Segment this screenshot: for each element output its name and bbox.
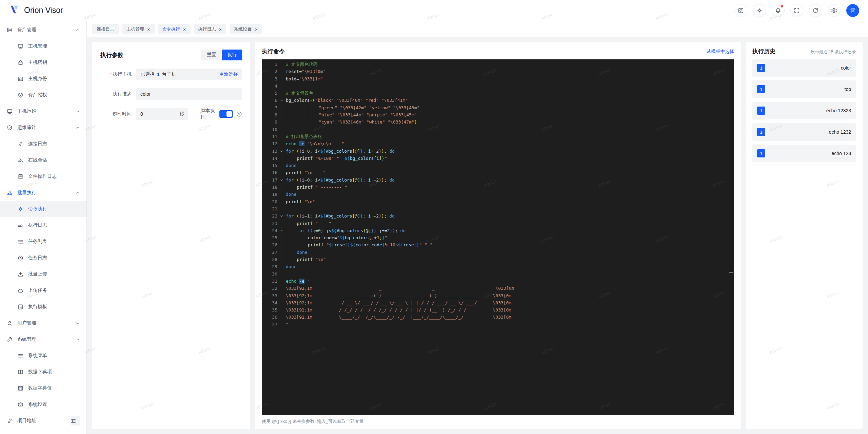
settings-button[interactable]: [828, 4, 841, 17]
tab-close-icon[interactable]: ×: [147, 27, 150, 32]
sidebar-item-数据字典项[interactable]: 数据字典项: [0, 364, 86, 380]
sidebar-item-任务日志[interactable]: 任务日志: [0, 250, 86, 266]
tab-close-icon[interactable]: ×: [255, 27, 258, 32]
sidebar-item-项目地址[interactable]: 项目地址: [0, 413, 86, 429]
notification-badge: [781, 5, 784, 8]
fold-icon[interactable]: [277, 227, 286, 234]
chevron-up-icon: [75, 27, 80, 33]
sidebar-item-系统菜单[interactable]: 系统菜单: [0, 347, 86, 364]
history-item[interactable]: 1echo 123: [752, 145, 856, 162]
sidebar-item-资产管理[interactable]: 资产管理: [0, 22, 86, 38]
reselect-link[interactable]: 重新选择: [219, 71, 238, 77]
code-text: \033[92;1m / __ \/ ___/ / __ \/ __ \ | |…: [286, 299, 511, 306]
code-text: for ((i=0; i<${#bg_colors[@]}; i+=2)); d…: [286, 176, 395, 184]
desc-input[interactable]: [136, 88, 242, 100]
fold-spacer: [277, 285, 286, 292]
tab-执行日志[interactable]: 执行日志×: [194, 24, 226, 34]
run-button[interactable]: 执行: [222, 50, 242, 60]
exec-params-title: 执行参数: [100, 51, 123, 59]
code-editor[interactable]: 1# 定义颜色代码2reset="\033[0m"3bold="\033[1m"…: [262, 59, 734, 415]
help-icon[interactable]: [236, 111, 242, 117]
fold-icon[interactable]: [277, 212, 286, 220]
sidebar-item-上传任务[interactable]: 上传任务: [0, 282, 86, 299]
code-text: bold="\033[1m": [286, 75, 323, 82]
code-line: 35\033[92;1m / /_/ / / / / /_/ / / / / |…: [262, 306, 734, 314]
reset-button[interactable]: 重置: [201, 50, 222, 60]
sidebar-item-主机管理[interactable]: 主机管理: [0, 38, 86, 54]
sidebar-item-label: 用户管理: [17, 320, 75, 326]
sidebar-item-命令执行[interactable]: 命令执行: [0, 201, 86, 217]
fold-spacer: [277, 118, 286, 126]
sidebar-item-label: 运维审计: [17, 125, 75, 131]
sidebar-item-执行日志[interactable]: 执行日志: [0, 217, 86, 233]
history-command: echo 123: [831, 151, 851, 156]
code-line: 26 printf "${reset}${color_code}%-10s${r…: [262, 241, 734, 248]
link-icon: [18, 141, 23, 147]
sidebar-item-文件操作日志[interactable]: 文件操作日志: [0, 168, 86, 185]
sidebar-item-运维审计[interactable]: 运维审计: [0, 119, 86, 136]
exec-params-panel: 执行参数 重置 执行 *执行主机 已选择 1 台主机 重新选择: [92, 42, 250, 429]
code-line: 14 printf "%-10s" " ${bg_colors[i]}": [262, 155, 734, 162]
sidebar-item-任务列表[interactable]: 任务列表: [0, 233, 86, 250]
code-line: 27 done: [262, 249, 734, 256]
sidebar-item-执行模板[interactable]: 执行模板: [0, 299, 86, 315]
code-text: # 定义颜色代码: [286, 61, 318, 68]
line-number: 24: [262, 227, 277, 234]
line-number: 37: [262, 321, 277, 328]
sidebar-item-label: 命令执行: [28, 206, 80, 212]
topbar: Orion Visor 管: [0, 0, 868, 21]
sidebar-item-在线会话[interactable]: 在线会话: [0, 152, 86, 168]
tab-连接日志[interactable]: 连接日志: [92, 24, 119, 34]
sidebar-item-批量执行[interactable]: 批量执行: [0, 185, 86, 201]
code-line: 30: [262, 270, 734, 278]
refresh-button[interactable]: [809, 4, 822, 17]
code-text: "green" "\033[42m" "yellow" "\033[43m": [286, 104, 419, 111]
tab-系统设置[interactable]: 系统设置×: [230, 24, 262, 34]
theme-button[interactable]: [753, 4, 766, 17]
cloud-icon: [18, 288, 23, 294]
fold-icon[interactable]: [277, 176, 286, 184]
sidebar-item-用户管理[interactable]: 用户管理: [0, 315, 86, 331]
chev-down-icon: [75, 321, 80, 326]
sidebar-item-系统管理[interactable]: 系统管理: [0, 331, 86, 347]
fold-icon[interactable]: [277, 148, 286, 155]
user-avatar[interactable]: 管: [846, 4, 859, 17]
host-selector[interactable]: 已选择 1 台主机 重新选择: [136, 69, 242, 80]
sidebar-item-主机运维[interactable]: 主机运维: [0, 103, 86, 119]
sidebar-item-连接日志[interactable]: 连接日志: [0, 136, 86, 152]
choose-template-link[interactable]: 从模板中选择: [707, 49, 734, 55]
fold-icon[interactable]: [277, 97, 286, 104]
sidebar-item-主机密钥[interactable]: 主机密钥: [0, 54, 86, 71]
history-item[interactable]: 1echo 1232: [752, 123, 856, 141]
sidebar-item-批量上传[interactable]: 批量上传: [0, 266, 86, 282]
history-item[interactable]: 1top: [752, 80, 856, 98]
exec-history-panel: 执行历史 展示最近 15 条执行记录 1color1top1echo 12323…: [746, 42, 863, 429]
line-number: 14: [262, 155, 277, 162]
sidebar-item-数据字典值[interactable]: 数据字典值: [0, 380, 86, 396]
history-item[interactable]: 1color: [752, 59, 856, 77]
tab-主机管理[interactable]: 主机管理×: [122, 24, 155, 34]
fold-spacer: [277, 256, 286, 263]
timeout-input[interactable]: [140, 111, 177, 117]
sidebar-item-主机身份[interactable]: 主机身份: [0, 71, 86, 87]
idcard-icon: [18, 76, 23, 82]
script-exec-toggle[interactable]: [219, 110, 233, 118]
timeout-field-label: 超时时间: [100, 111, 132, 117]
code-square-button[interactable]: [734, 4, 747, 17]
sidebar-item-资产授权[interactable]: 资产授权: [0, 87, 86, 103]
fold-spacer: [277, 198, 286, 205]
history-command: top: [845, 87, 851, 92]
tab-close-icon[interactable]: ×: [219, 27, 222, 32]
line-number: 12: [262, 140, 277, 147]
tab-close-icon[interactable]: ×: [183, 27, 186, 32]
sidebar-item-系统设置[interactable]: 系统设置: [0, 396, 86, 413]
sidebar-collapse-button[interactable]: [71, 416, 80, 426]
exec-history-list: 1color1top1echo 123231echo 12321echo 123: [752, 59, 856, 162]
sidebar-item-label: 文件操作日志: [28, 173, 80, 180]
tab-命令执行[interactable]: 命令执行×: [158, 24, 191, 34]
history-item[interactable]: 1echo 12323: [752, 102, 856, 119]
fullscreen-button[interactable]: [790, 4, 803, 17]
code-line: 31echo -e ": [262, 278, 734, 285]
bell-button[interactable]: [772, 4, 785, 17]
timeout-field[interactable]: 秒: [136, 108, 188, 120]
